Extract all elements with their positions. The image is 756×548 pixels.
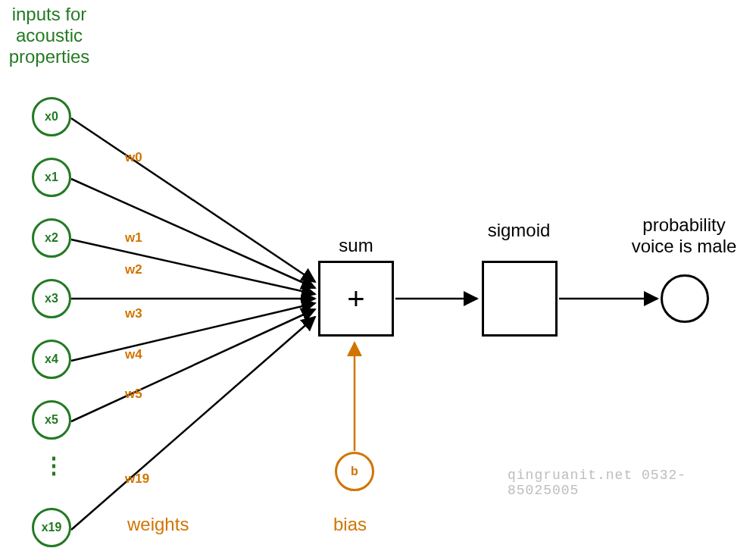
input-node-x3: x3 bbox=[32, 279, 71, 318]
sigmoid-box bbox=[482, 261, 558, 337]
input-node-x1: x1 bbox=[32, 158, 71, 197]
weight-label-w0: w0 bbox=[125, 147, 142, 168]
input-node-x5: x5 bbox=[32, 400, 71, 440]
weight-label-w1: w1 bbox=[125, 227, 142, 249]
input-node-x4: x4 bbox=[32, 340, 71, 379]
bias-node: b bbox=[335, 452, 374, 491]
svg-line-1 bbox=[71, 179, 315, 288]
svg-line-5 bbox=[71, 309, 315, 421]
diagram-stage: inputs for acoustic properties sum sigmo… bbox=[0, 0, 756, 548]
bias-symbol: b bbox=[351, 465, 358, 478]
input-node-x19: x19 bbox=[32, 508, 71, 547]
sigmoid-label: sigmoid bbox=[470, 220, 568, 241]
weights-group-label: weights bbox=[127, 514, 189, 535]
input-node-x2: x2 bbox=[32, 218, 71, 258]
sum-label: sum bbox=[326, 235, 386, 256]
svg-line-2 bbox=[71, 240, 315, 294]
weight-label-w3: w3 bbox=[125, 303, 142, 324]
inputs-title-line1: inputs for bbox=[12, 4, 87, 24]
svg-line-6 bbox=[71, 317, 315, 530]
output-label: probability voice is male bbox=[612, 215, 756, 257]
weight-label-w19: w19 bbox=[125, 468, 149, 490]
inputs-title-line2: acoustic bbox=[16, 25, 83, 45]
svg-line-0 bbox=[71, 118, 315, 282]
svg-line-4 bbox=[71, 303, 315, 361]
output-node bbox=[661, 274, 709, 323]
weight-label-w5: w5 bbox=[125, 384, 142, 405]
bias-label: bias bbox=[333, 514, 367, 535]
sum-symbol: + bbox=[347, 282, 364, 316]
watermark-text: qingruanit.net 0532-85025005 bbox=[508, 468, 756, 498]
inputs-title: inputs for acoustic properties bbox=[0, 4, 98, 67]
output-label-line2: voice is male bbox=[632, 236, 737, 256]
ellipsis-icon: ⋮ bbox=[42, 455, 65, 476]
input-node-x0: x0 bbox=[32, 97, 71, 136]
output-label-line1: probability bbox=[642, 215, 725, 235]
sum-box: + bbox=[318, 261, 394, 337]
weight-label-w2: w2 bbox=[125, 259, 142, 280]
inputs-title-line3: properties bbox=[9, 46, 90, 67]
weight-label-w4: w4 bbox=[125, 344, 142, 365]
